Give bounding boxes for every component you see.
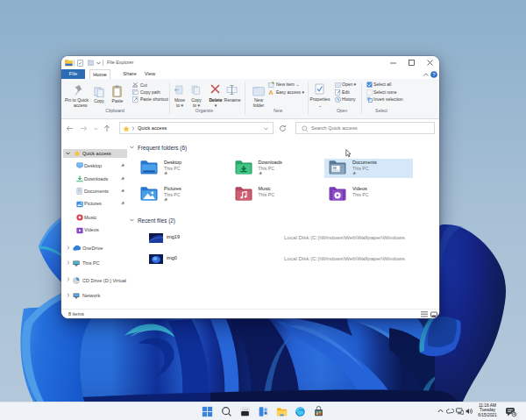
svg-text:4: 4 <box>513 412 515 416</box>
